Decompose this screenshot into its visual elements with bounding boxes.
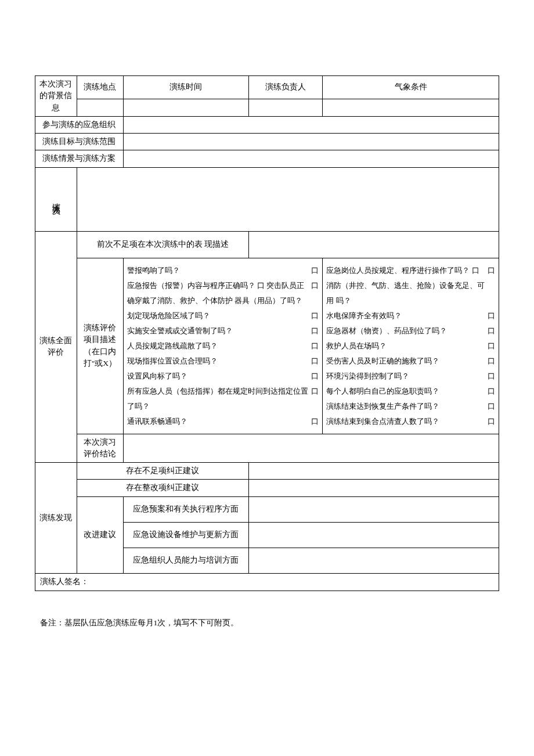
weather-field[interactable] <box>323 99 499 116</box>
checkbox-icon[interactable]: 口 <box>488 339 495 354</box>
rectify-label: 存在整改项纠正建议 <box>77 480 248 496</box>
aspect2-field[interactable] <box>248 522 499 548</box>
checklist-item[interactable]: 每个人都明白自己的应急职责吗？口 <box>326 384 495 399</box>
checklist-text: 演练结束到集合点清查人数了吗？ <box>326 414 439 429</box>
checklist-item[interactable]: 现场指挥位置设点合理吗？口 <box>127 354 319 369</box>
checklist-text: 受伤害人员及时正确的施救了吗？ <box>326 354 439 369</box>
checklist-item[interactable]: 环境污染得到控制了吗？口 <box>326 369 495 384</box>
drill-form-table: 本次演习的背景信息 演练地点 演练时间 演练负责人 气象条件 参与演练的应急组织… <box>35 75 499 631</box>
checklist-text: 环境污染得到控制了吗？ <box>326 369 409 384</box>
aspect3-field[interactable] <box>248 548 499 573</box>
footer-note: 备注：基层队伍应急演练应每月1次，填写不下可附页。 <box>35 591 499 631</box>
scene-field[interactable] <box>123 150 499 167</box>
checklist-item[interactable]: 通讯联系畅通吗？口 <box>127 414 319 429</box>
checklist-right[interactable]: 应急岗位人员按规定、程序进行操作了吗？ 口 消防（井控、气防、逃生、抢险）设备充… <box>323 258 499 434</box>
bg-info-label: 本次演习的背景信息 <box>35 76 77 117</box>
weather-label: 气象条件 <box>323 76 499 99</box>
checkbox-icon[interactable]: 口 <box>311 354 319 369</box>
signature-row[interactable]: 演练人签名： <box>35 573 499 591</box>
checklist-text: 演练结束达到恢复生产条件了吗？ <box>326 399 439 414</box>
checkbox-icon[interactable]: 口 <box>488 399 495 414</box>
checklist-item[interactable]: 水电保障齐全有效吗？口 <box>326 308 495 323</box>
checkbox-icon[interactable]: 口 <box>488 354 495 369</box>
org-field[interactable] <box>123 116 499 133</box>
checklist-text: 人员按规定路线疏散了吗？ <box>127 339 218 354</box>
checklist-text: 设置风向标了吗？ <box>127 369 187 384</box>
checkbox-icon[interactable]: 口 <box>488 369 495 384</box>
aspect1-field[interactable] <box>248 496 499 522</box>
conclusion-label: 本次演习评价结论 <box>77 434 123 463</box>
goal-label: 演练目标与演练范围 <box>35 134 124 150</box>
checkbox-icon[interactable]: 口 <box>311 278 319 293</box>
checkbox-icon[interactable]: 口 <box>311 323 319 339</box>
checkbox-icon[interactable]: 口 <box>488 414 495 429</box>
checklist-item[interactable]: 演练结束达到恢复生产条件了吗？口 <box>326 399 495 414</box>
checklist-text: 通讯联系畅通吗？ <box>127 414 187 429</box>
personnel-field[interactable] <box>77 167 499 231</box>
checklist-item[interactable]: 警报鸣响了吗？口 <box>127 263 319 278</box>
personnel-label: 演练人员 <box>35 167 77 231</box>
checklist-item[interactable]: 应急报告（报警）内容与程序正确吗？ 口 突击队员正确穿戴了消防、救护、个体防护 … <box>127 278 319 308</box>
leader-field[interactable] <box>248 99 323 116</box>
checkbox-icon[interactable]: 口 <box>488 308 495 323</box>
checkbox-icon[interactable]: 口 <box>311 384 319 399</box>
eval-desc-label: 演练评价项目描述（在口内打"或X） <box>77 258 123 434</box>
rectify-field[interactable] <box>248 480 499 496</box>
location-field[interactable] <box>77 99 123 116</box>
org-label: 参与演练的应急组织 <box>35 116 124 133</box>
checkbox-icon[interactable]: 口 <box>311 263 319 278</box>
prev-deficiency-field[interactable] <box>248 231 499 258</box>
checklist-item[interactable]: 受伤害人员及时正确的施救了吗？口 <box>326 354 495 369</box>
checklist-text: 每个人都明白自己的应急职责吗？ <box>326 384 439 399</box>
checkbox-icon[interactable]: 口 <box>311 369 319 384</box>
checklist-item[interactable]: 演练结束到集合点清查人数了吗？口 <box>326 414 495 429</box>
checklist-text: 警报鸣响了吗？ <box>127 263 180 278</box>
scene-label: 演练情景与演练方案 <box>35 150 124 167</box>
checklist-item[interactable]: 划定现场危险区域了吗？口 <box>127 308 319 323</box>
checkbox-icon[interactable]: 口 <box>488 263 495 278</box>
deficiency-label: 存在不足项纠正建议 <box>77 463 248 480</box>
aspect2-label: 应急设施设备维护与更新方面 <box>123 522 248 548</box>
leader-label: 演练负责人 <box>248 76 323 99</box>
location-label: 演练地点 <box>77 76 123 99</box>
checklist-text: 所有应急人员（包括指挥）都在规定时间到达指定位置了吗？ <box>127 384 309 414</box>
checklist-item[interactable]: 应急器材（物资）、药品到位了吗？口 <box>326 323 495 339</box>
conclusion-field[interactable] <box>123 434 499 463</box>
checklist-item[interactable]: 所有应急人员（包括指挥）都在规定时间到达指定位置了吗？口 <box>127 384 319 414</box>
aspect3-label: 应急组织人员能力与培训方面 <box>123 548 248 573</box>
checklist-text: 应急器材（物资）、药品到位了吗？ <box>326 323 447 339</box>
checklist-text: 实施安全警戒或交通管制了吗？ <box>127 323 233 339</box>
findings-section-label: 演练发现 <box>35 463 77 574</box>
deficiency-field[interactable] <box>248 463 499 480</box>
eval-section-label: 演练全面评价 <box>35 231 77 463</box>
checklist-item[interactable]: 救护人员在场吗？口 <box>326 339 495 354</box>
checklist-text: 现场指挥位置设点合理吗？ <box>127 354 218 369</box>
checklist-item[interactable]: 人员按规定路线疏散了吗？口 <box>127 339 319 354</box>
checklist-item[interactable]: 应急岗位人员按规定、程序进行操作了吗？ 口 消防（井控、气防、逃生、抢险）设备充… <box>326 263 495 308</box>
checklist-text: 划定现场危险区域了吗？ <box>127 308 210 323</box>
time-field[interactable] <box>123 99 248 116</box>
prev-deficiency-label: 前次不足项在本次演练中的表 现描述 <box>77 231 248 258</box>
checklist-text: 应急岗位人员按规定、程序进行操作了吗？ 口 消防（井控、气防、逃生、抢险）设备充… <box>326 263 485 308</box>
aspect1-label: 应急预案和有关执行程序方面 <box>123 496 248 522</box>
goal-field[interactable] <box>123 134 499 150</box>
checklist-item[interactable]: 实施安全警戒或交通管制了吗？口 <box>127 323 319 339</box>
checklist-text: 应急报告（报警）内容与程序正确吗？ 口 突击队员正确穿戴了消防、救护、个体防护 … <box>127 278 309 308</box>
checkbox-icon[interactable]: 口 <box>488 384 495 399</box>
time-label: 演练时间 <box>123 76 248 99</box>
checkbox-icon[interactable]: 口 <box>311 339 319 354</box>
checklist-text: 救护人员在场吗？ <box>326 339 387 354</box>
checkbox-icon[interactable]: 口 <box>488 323 495 339</box>
checklist-item[interactable]: 设置风向标了吗？口 <box>127 369 319 384</box>
checklist-text: 水电保障齐全有效吗？ <box>326 308 402 323</box>
checkbox-icon[interactable]: 口 <box>311 308 319 323</box>
checklist-left[interactable]: 警报鸣响了吗？口应急报告（报警）内容与程序正确吗？ 口 突击队员正确穿戴了消防、… <box>123 258 323 434</box>
checkbox-icon[interactable]: 口 <box>311 414 319 429</box>
improve-label: 改进建议 <box>77 496 123 573</box>
